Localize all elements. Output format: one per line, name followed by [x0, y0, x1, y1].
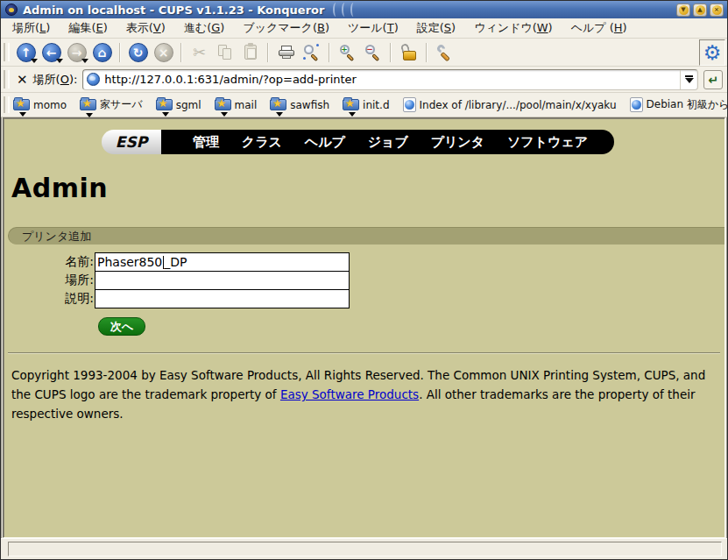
bookmark-folder-home-server[interactable]: ★ 家サーバ — [80, 97, 143, 112]
bookmark-folder-icon: ★ — [270, 99, 286, 110]
cut-button[interactable]: ✂ — [187, 40, 211, 64]
bookmark-label: mail — [235, 99, 258, 111]
go-icon: ↵ — [708, 73, 718, 87]
menu-tools[interactable]: ツール(T) — [348, 20, 399, 36]
bookmark-link-index[interactable]: Index of /library/.../pool/main/x/xyaku — [403, 97, 617, 112]
add-printer-section-header: プリンタ追加 — [8, 227, 724, 245]
toolbar-separator — [426, 43, 428, 62]
bookmark-folder-icon: ★ — [80, 99, 96, 110]
description-input[interactable] — [95, 289, 350, 308]
form-row-name: 名前: Phaser850_DP — [4, 252, 724, 272]
chevron-down-icon — [349, 112, 356, 117]
menu-location[interactable]: 場所(L) — [12, 20, 50, 36]
status-message-field — [8, 542, 722, 556]
location-label: 場所: — [4, 273, 95, 288]
minimize-button[interactable]: ▼ — [676, 4, 690, 17]
url-dropdown-button[interactable] — [680, 70, 697, 89]
home-button[interactable]: ⌂ — [90, 40, 114, 64]
zoom-out-button[interactable]: − — [361, 40, 385, 64]
titlebar: Admin on localhost - CUPS v1.1.23 - Konq… — [1, 1, 727, 18]
form-row-description: 説明: — [4, 289, 724, 308]
gear-icon: ⚙ — [703, 41, 722, 64]
location-input[interactable] — [95, 271, 350, 290]
tab-jobs[interactable]: ジョブ — [368, 134, 408, 151]
tab-classes[interactable]: クラス — [242, 134, 282, 151]
security-button[interactable] — [397, 40, 421, 64]
tab-printers[interactable]: プリンタ — [431, 134, 484, 151]
chevron-down-icon — [221, 112, 228, 117]
bookmark-folder-icon: ★ — [215, 99, 231, 110]
menu-settings[interactable]: 設定(S) — [417, 20, 456, 36]
toolbar-grip[interactable] — [4, 70, 10, 88]
clear-location-button[interactable]: ✕ — [13, 72, 32, 88]
bookmark-folder-momo[interactable]: ★ momo — [13, 99, 67, 111]
menu-help[interactable]: ヘルプ (H) — [571, 20, 627, 36]
bookmark-label: Index of /library/.../pool/main/x/xyaku — [420, 99, 617, 111]
bookmark-folder-initd[interactable]: ★ init.d — [343, 99, 389, 111]
bookmark-link-debian[interactable]: Debian 初級からの脱出(debianその他) — [630, 97, 728, 112]
menu-bookmarks[interactable]: ブックマーク(B) — [243, 20, 329, 36]
copy-button[interactable] — [213, 40, 237, 64]
toolbar-separator — [119, 43, 121, 62]
window-title: Admin on localhost - CUPS v1.1.23 - Konq… — [23, 4, 324, 17]
bookmark-label: momo — [33, 99, 67, 111]
stop-icon: × — [154, 43, 173, 62]
print-button[interactable] — [274, 40, 298, 64]
chevron-down-icon — [19, 112, 26, 117]
bookmark-folder-mail[interactable]: ★ mail — [215, 99, 258, 111]
toolbar-separator — [329, 43, 330, 62]
close-icon: × — [712, 5, 722, 15]
web-page-icon — [403, 97, 416, 112]
menu-edit[interactable]: 編集(E) — [68, 20, 107, 36]
reload-button[interactable]: ↻ — [126, 40, 150, 64]
bookmark-label: Debian 初級からの脱出(debianその他) — [647, 97, 728, 112]
easy-software-products-link[interactable]: Easy Software Products — [280, 387, 419, 401]
bookmark-folder-icon: ★ — [343, 99, 359, 110]
name-input[interactable]: Phaser850_DP — [95, 252, 350, 272]
bookmark-folder-sawfish[interactable]: ★ sawfish — [270, 99, 329, 111]
cups-navigation-bar: ESP 管理 クラス ヘルプ ジョブ プリンタ ソフトウェア — [102, 130, 724, 154]
back-button[interactable]: ← — [39, 40, 63, 64]
zoom-in-button[interactable]: + — [336, 40, 359, 64]
wrench-icon — [436, 44, 454, 61]
bookmark-folder-sgml[interactable]: ★ sgml — [156, 99, 201, 111]
close-button[interactable]: × — [710, 4, 724, 17]
zoom-out-icon: − — [364, 44, 382, 61]
tab-help[interactable]: ヘルプ — [305, 134, 345, 151]
chevron-down-icon — [162, 112, 169, 117]
divider — [8, 352, 720, 354]
toolbar-grip[interactable] — [4, 96, 10, 113]
copyright-text: Copyright 1993-2004 by Easy Software Pro… — [11, 365, 714, 423]
stop-button[interactable]: × — [152, 40, 175, 64]
paste-button[interactable] — [238, 40, 262, 64]
find-icon — [303, 44, 321, 61]
home-icon: ⌂ — [93, 43, 112, 62]
chevron-down-icon — [276, 112, 283, 117]
find-button[interactable] — [300, 40, 323, 64]
tab-software[interactable]: ソフトウェア — [507, 134, 588, 151]
up-button[interactable]: ↑ — [14, 40, 38, 64]
copy-icon — [218, 45, 232, 60]
cut-icon: ✂ — [193, 43, 206, 61]
forward-button[interactable]: → — [65, 40, 88, 64]
window-menu-icon[interactable] — [5, 4, 18, 16]
menu-window[interactable]: ウィンドウ(W) — [474, 20, 553, 36]
main-toolbar: ↑ ← → ⌂ ↻ × ✂ + − — [1, 39, 727, 67]
url-combobox[interactable]: http://127.0.0.1:631/admin/?op=add-print… — [82, 69, 698, 90]
bookmark-toolbar: ★ momo ★ 家サーバ ★ sgml ★ mail ★ sawfish ★ … — [1, 93, 727, 117]
bookmark-label: 家サーバ — [100, 97, 143, 112]
toolbar-grip[interactable] — [4, 43, 10, 62]
bookmark-label: sawfish — [290, 99, 329, 111]
menu-view[interactable]: 表示(V) — [126, 20, 166, 36]
maximize-button[interactable]: ▲ — [693, 4, 707, 17]
continue-button[interactable]: 次へ — [98, 317, 145, 336]
bookmark-folder-icon: ★ — [156, 99, 173, 110]
tab-admin[interactable]: 管理 — [193, 134, 219, 151]
chevron-down-icon — [685, 78, 694, 83]
go-button[interactable]: ↵ — [703, 70, 723, 89]
url-input[interactable]: http://127.0.0.1:631/admin/?op=add-print… — [104, 73, 680, 86]
tab-esp[interactable]: ESP — [102, 130, 161, 154]
menu-go[interactable]: 進む(G) — [184, 20, 225, 36]
tools-button[interactable] — [433, 40, 456, 64]
location-toolbar: ✕ 場所(O): http://127.0.0.1:631/admin/?op=… — [1, 67, 727, 93]
